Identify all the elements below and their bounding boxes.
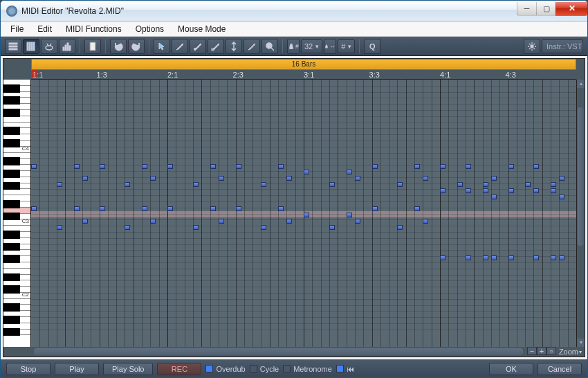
piano-keyboard[interactable]: C4C3C2 [3,80,31,347]
midi-note[interactable] [525,182,531,187]
zoom-menu[interactable]: Zoom ▾ [556,347,585,357]
zoom-tool[interactable] [261,39,278,54]
minimize-button[interactable]: ─ [517,2,536,16]
quantize-lock-button[interactable]: # [287,39,300,54]
midi-note[interactable] [551,255,556,260]
midi-note[interactable] [57,182,62,187]
titlebar[interactable]: MIDI Editor "Revolta 2.MID" ─ ▢ ✕ [1,1,587,21]
midi-note[interactable] [491,176,497,181]
menu-mouse-mode[interactable]: Mouse Mode [172,23,231,35]
midi-note[interactable] [57,225,62,230]
menu-file[interactable]: File [5,23,29,35]
midi-note[interactable] [423,176,428,181]
midi-note[interactable] [167,164,173,169]
midi-note[interactable] [278,206,284,211]
midi-note[interactable] [125,182,130,187]
midi-note[interactable] [491,195,497,199]
midi-note[interactable] [286,219,292,224]
hscroll-thumb[interactable] [34,348,523,355]
midi-note[interactable] [150,176,156,181]
play-solo-button[interactable]: Play Solo [103,363,153,375]
close-button[interactable]: ✕ [555,2,587,16]
overdub-checkbox[interactable]: Overdub [205,365,245,373]
midi-note[interactable] [483,255,488,260]
piano-roll-button[interactable] [23,39,39,54]
midi-note[interactable] [74,206,80,211]
midi-note[interactable] [533,188,539,193]
draw-tool[interactable] [172,39,188,54]
scroll-up-icon[interactable]: ▴ [577,80,585,88]
midi-note[interactable] [31,206,37,211]
midi-note[interactable] [347,213,352,217]
midi-note[interactable] [440,255,445,260]
midi-note[interactable] [559,176,564,181]
midi-note[interactable] [82,176,88,181]
midi-note[interactable] [193,182,199,187]
midi-note[interactable] [533,255,539,260]
midi-note[interactable] [551,188,556,193]
midi-note[interactable] [82,219,88,224]
midi-note[interactable] [559,255,564,260]
skip-start-button[interactable]: ⏮ [336,365,354,373]
midi-note[interactable] [355,176,360,181]
midi-note[interactable] [559,195,564,199]
cancel-button[interactable]: Cancel [538,363,582,375]
midi-note[interactable] [440,188,445,193]
drum-draw-tool[interactable] [190,39,206,54]
zoom-fit-button[interactable]: ▫ [546,347,556,355]
midi-note[interactable] [372,206,378,211]
velocity-editor-button[interactable] [59,39,75,54]
midi-note[interactable] [74,164,80,169]
midi-note[interactable] [483,182,488,187]
midi-note[interactable] [414,206,420,211]
instrument-label[interactable]: Instr.: VSTi 1: [542,39,583,53]
midi-note[interactable] [508,255,514,260]
midi-note[interactable] [329,182,335,187]
midi-note[interactable] [329,225,335,230]
midi-note[interactable] [533,164,539,169]
midi-note[interactable] [210,206,216,211]
midi-note[interactable] [508,188,514,193]
quantize-button[interactable]: Q [364,39,380,54]
vertical-scrollbar[interactable]: ▴ ▾ [576,80,585,347]
redo-button[interactable] [128,39,145,54]
note-grid[interactable] [31,80,576,347]
midi-note[interactable] [236,206,241,211]
midi-note[interactable] [210,164,216,169]
menu-options[interactable]: Options [130,23,169,35]
metronome-checkbox[interactable]: Metronome [283,365,332,373]
midi-note[interactable] [304,170,309,174]
clip-region[interactable]: 16 Bars [31,59,576,70]
midi-note[interactable] [31,164,37,169]
midi-note[interactable] [219,176,224,181]
drum-editor-button[interactable] [41,39,57,54]
time-ruler[interactable]: 1:1 1:3 2:1 2:3 3:1 3:3 4:1 4:3 [31,70,576,80]
undo-button[interactable] [110,39,127,54]
horizontal-scrollbar[interactable] [31,347,526,357]
length-select[interactable]: #▾ [338,39,355,53]
midi-note[interactable] [491,255,497,260]
midi-note[interactable] [100,206,105,211]
record-button[interactable]: REC [157,363,201,375]
midi-note[interactable] [142,164,147,169]
midi-note[interactable] [466,188,471,193]
midi-note[interactable] [466,164,471,169]
cycle-checkbox[interactable]: Cycle [250,365,279,373]
zoom-out-h-button[interactable]: − [527,347,537,355]
midi-note[interactable] [219,219,224,224]
midi-note[interactable] [142,206,147,211]
play-button[interactable]: Play [55,363,99,375]
menu-midi[interactable]: MIDI Functions [60,23,127,35]
midi-note[interactable] [483,188,488,193]
midi-note[interactable] [304,213,309,217]
midi-note[interactable] [457,182,463,187]
scroll-down-icon[interactable]: ▾ [577,339,585,347]
ok-button[interactable]: OK [489,363,533,375]
list-view-button[interactable] [5,39,21,54]
midi-note[interactable] [261,182,266,187]
midi-note[interactable] [551,182,556,187]
midi-note[interactable] [193,225,199,230]
length-lock-button[interactable]: ↔ [324,39,336,54]
stop-button[interactable]: Stop [6,363,50,375]
midi-note[interactable] [466,255,471,260]
